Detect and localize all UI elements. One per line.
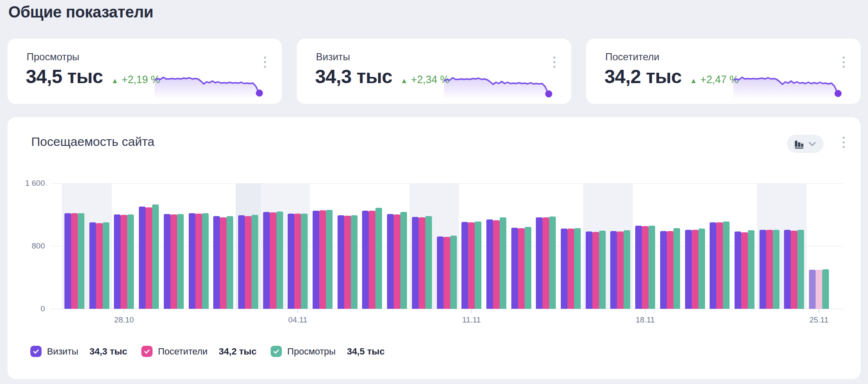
kebab-menu-icon[interactable] [260, 54, 269, 70]
bar-visitors[interactable] [816, 270, 822, 309]
bar-visits[interactable] [536, 217, 542, 309]
bar-visits[interactable] [784, 230, 791, 309]
bar-visitors[interactable] [71, 213, 78, 309]
bar-visitors[interactable] [617, 231, 624, 309]
bar-visits[interactable] [586, 231, 592, 309]
bar-visitors[interactable] [270, 212, 276, 309]
bar-views[interactable] [599, 231, 606, 309]
bar-views[interactable] [78, 213, 84, 309]
bar-visits[interactable] [213, 216, 220, 309]
bar-views[interactable] [797, 230, 804, 309]
bar-visitors[interactable] [542, 217, 549, 309]
kebab-menu-icon[interactable] [839, 134, 848, 150]
bar-views[interactable] [351, 215, 358, 309]
bar-views[interactable] [624, 230, 630, 309]
bar-visitors[interactable] [741, 232, 748, 309]
bar-visitors[interactable] [766, 230, 773, 309]
bar-visitors[interactable] [419, 217, 425, 309]
bar-visits[interactable] [461, 222, 468, 309]
bar-visits[interactable] [635, 226, 642, 309]
bar-views[interactable] [773, 230, 779, 309]
bar-views[interactable] [301, 214, 308, 309]
bar-visits[interactable] [64, 213, 71, 309]
bar-views[interactable] [202, 213, 209, 309]
bar-visits[interactable] [610, 231, 617, 309]
bar-views[interactable] [574, 228, 581, 309]
bar-visits[interactable] [189, 213, 195, 309]
bar-visitors[interactable] [518, 228, 525, 309]
bar-views[interactable] [326, 210, 333, 309]
bar-views[interactable] [252, 215, 258, 309]
bar-views[interactable] [698, 229, 705, 309]
bar-views[interactable] [549, 217, 556, 309]
bar-visitors[interactable] [394, 214, 400, 309]
bar-visits[interactable] [164, 214, 170, 309]
bar-views[interactable] [450, 236, 457, 309]
bar-visitors[interactable] [493, 220, 500, 309]
bar-visitors[interactable] [468, 222, 475, 309]
bar-visitors[interactable] [145, 207, 152, 309]
bar-visitors[interactable] [195, 214, 202, 309]
bar-visits[interactable] [114, 214, 121, 309]
bar-visits[interactable] [809, 270, 816, 309]
bar-visits[interactable] [660, 231, 667, 309]
bar-views[interactable] [475, 222, 481, 309]
bar-visits[interactable] [263, 212, 270, 309]
bar-visitors[interactable] [444, 237, 450, 309]
bar-visitors[interactable] [96, 223, 103, 309]
bar-visits[interactable] [362, 211, 369, 309]
bar-visitors[interactable] [319, 210, 326, 309]
bar-visits[interactable] [561, 229, 567, 309]
kebab-menu-icon[interactable] [550, 54, 559, 70]
bar-visitors[interactable] [121, 215, 127, 309]
bar-views[interactable] [103, 222, 109, 309]
bar-visitors[interactable] [294, 214, 301, 309]
bar-visitors[interactable] [791, 231, 797, 309]
bar-visits[interactable] [89, 222, 96, 309]
bar-visits[interactable] [338, 215, 344, 309]
bar-visitors[interactable] [567, 229, 574, 309]
bar-visitors[interactable] [667, 231, 673, 309]
legend-item[interactable]: Посетители34,2 тыс [141, 346, 256, 357]
bar-visits[interactable] [387, 214, 394, 309]
bar-visits[interactable] [288, 214, 294, 309]
legend-checkbox[interactable] [271, 346, 282, 357]
bar-visits[interactable] [760, 230, 766, 309]
bar-views[interactable] [375, 208, 382, 309]
bar-visits[interactable] [139, 207, 145, 309]
bar-views[interactable] [723, 222, 730, 309]
bar-views[interactable] [177, 214, 184, 309]
kebab-menu-icon[interactable] [839, 54, 848, 70]
bar-views[interactable] [276, 212, 283, 309]
bar-visits[interactable] [238, 215, 245, 309]
bar-visits[interactable] [710, 222, 716, 309]
bar-visits[interactable] [437, 236, 444, 309]
bar-visitors[interactable] [692, 230, 698, 309]
bar-visits[interactable] [685, 230, 692, 309]
legend-checkbox[interactable] [30, 346, 42, 357]
bar-views[interactable] [500, 217, 506, 309]
bar-views[interactable] [673, 228, 680, 309]
bar-visits[interactable] [412, 217, 419, 309]
legend-checkbox[interactable] [141, 346, 153, 357]
bar-visitors[interactable] [369, 211, 375, 309]
bar-visits[interactable] [511, 228, 518, 309]
legend-item[interactable]: Просмотры34,5 тыс [271, 346, 385, 357]
bar-visitors[interactable] [245, 216, 252, 309]
bar-visitors[interactable] [344, 216, 351, 309]
bar-views[interactable] [400, 212, 407, 309]
bar-visitors[interactable] [716, 222, 723, 309]
bar-views[interactable] [127, 214, 134, 309]
bar-visitors[interactable] [220, 217, 227, 309]
bar-views[interactable] [425, 216, 432, 309]
bar-views[interactable] [152, 204, 159, 309]
bar-visits[interactable] [486, 219, 493, 309]
chart-type-selector[interactable] [787, 135, 824, 153]
bar-visitors[interactable] [642, 226, 649, 309]
bar-views[interactable] [525, 227, 531, 309]
bar-visits[interactable] [735, 231, 741, 309]
bar-views[interactable] [822, 269, 829, 309]
bar-views[interactable] [649, 226, 655, 309]
bar-visits[interactable] [313, 211, 319, 309]
bar-views[interactable] [748, 230, 755, 309]
